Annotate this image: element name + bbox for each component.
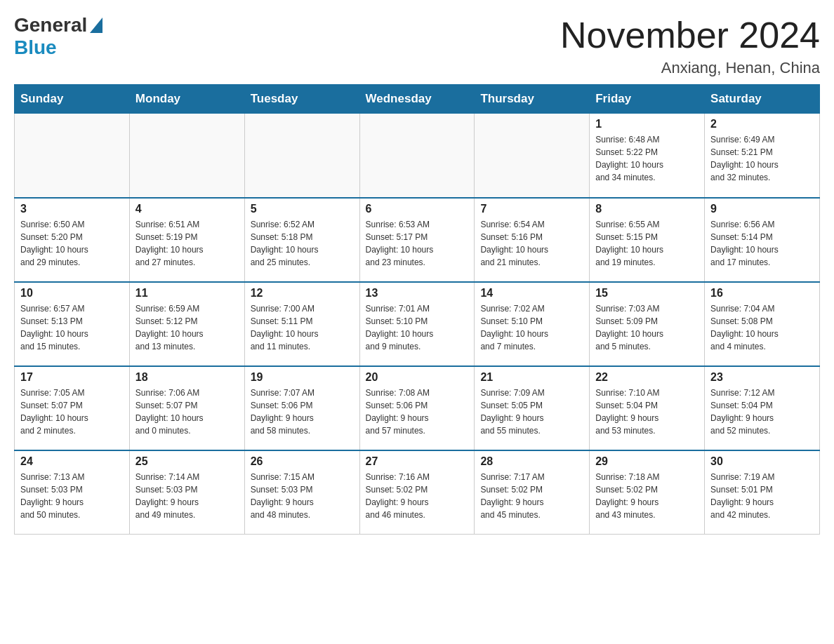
calendar-cell: 25Sunrise: 7:14 AM Sunset: 5:03 PM Dayli… bbox=[129, 450, 244, 535]
day-info: Sunrise: 7:17 AM Sunset: 5:02 PM Dayligh… bbox=[480, 471, 583, 521]
calendar-cell: 26Sunrise: 7:15 AM Sunset: 5:03 PM Dayli… bbox=[244, 450, 359, 535]
calendar-cell: 12Sunrise: 7:00 AM Sunset: 5:11 PM Dayli… bbox=[244, 282, 359, 366]
day-number: 13 bbox=[366, 287, 469, 300]
day-number: 10 bbox=[20, 287, 124, 300]
calendar-cell: 28Sunrise: 7:17 AM Sunset: 5:02 PM Dayli… bbox=[475, 450, 590, 535]
day-number: 8 bbox=[595, 203, 699, 215]
calendar-cell: 1Sunrise: 6:48 AM Sunset: 5:22 PM Daylig… bbox=[590, 114, 705, 198]
calendar-cell: 21Sunrise: 7:09 AM Sunset: 5:05 PM Dayli… bbox=[475, 366, 590, 450]
location-title: Anxiang, Henan, China bbox=[560, 59, 820, 77]
day-info: Sunrise: 7:10 AM Sunset: 5:04 PM Dayligh… bbox=[595, 387, 699, 437]
calendar-cell: 2Sunrise: 6:49 AM Sunset: 5:21 PM Daylig… bbox=[705, 114, 820, 198]
calendar-cell: 5Sunrise: 6:52 AM Sunset: 5:18 PM Daylig… bbox=[244, 198, 359, 282]
day-info: Sunrise: 6:55 AM Sunset: 5:15 PM Dayligh… bbox=[595, 218, 699, 269]
day-number: 25 bbox=[135, 455, 239, 468]
calendar-cell: 17Sunrise: 7:05 AM Sunset: 5:07 PM Dayli… bbox=[15, 366, 130, 450]
day-number: 30 bbox=[710, 455, 814, 468]
day-number: 22 bbox=[595, 371, 699, 384]
calendar-cell: 11Sunrise: 6:59 AM Sunset: 5:12 PM Dayli… bbox=[129, 282, 244, 366]
day-of-week-header: Tuesday bbox=[244, 85, 359, 114]
calendar-cell bbox=[359, 114, 475, 198]
calendar-cell: 7Sunrise: 6:54 AM Sunset: 5:16 PM Daylig… bbox=[475, 198, 590, 282]
day-number: 24 bbox=[20, 455, 124, 468]
calendar-cell bbox=[475, 114, 590, 198]
day-info: Sunrise: 7:15 AM Sunset: 5:03 PM Dayligh… bbox=[251, 471, 354, 521]
calendar-cell: 3Sunrise: 6:50 AM Sunset: 5:20 PM Daylig… bbox=[15, 198, 130, 282]
day-number: 9 bbox=[710, 203, 814, 215]
calendar-table: SundayMondayTuesdayWednesdayThursdayFrid… bbox=[14, 84, 820, 535]
day-info: Sunrise: 6:48 AM Sunset: 5:22 PM Dayligh… bbox=[595, 133, 699, 184]
calendar-week-row: 3Sunrise: 6:50 AM Sunset: 5:20 PM Daylig… bbox=[15, 198, 820, 282]
day-info: Sunrise: 7:04 AM Sunset: 5:08 PM Dayligh… bbox=[710, 302, 814, 353]
calendar-cell: 22Sunrise: 7:10 AM Sunset: 5:04 PM Dayli… bbox=[590, 366, 705, 450]
calendar-week-row: 24Sunrise: 7:13 AM Sunset: 5:03 PM Dayli… bbox=[15, 450, 820, 535]
day-info: Sunrise: 7:07 AM Sunset: 5:06 PM Dayligh… bbox=[251, 387, 354, 437]
calendar-header-row: SundayMondayTuesdayWednesdayThursdayFrid… bbox=[15, 85, 820, 114]
calendar-cell bbox=[129, 114, 244, 198]
day-info: Sunrise: 7:06 AM Sunset: 5:07 PM Dayligh… bbox=[135, 387, 239, 437]
day-info: Sunrise: 7:09 AM Sunset: 5:05 PM Dayligh… bbox=[480, 387, 583, 437]
calendar-cell: 10Sunrise: 6:57 AM Sunset: 5:13 PM Dayli… bbox=[15, 282, 130, 366]
day-of-week-header: Sunday bbox=[15, 85, 130, 114]
title-area: November 2024 Anxiang, Henan, China bbox=[560, 14, 820, 77]
month-title: November 2024 bbox=[560, 14, 820, 56]
day-info: Sunrise: 7:13 AM Sunset: 5:03 PM Dayligh… bbox=[20, 471, 124, 521]
calendar-cell bbox=[15, 114, 130, 198]
day-info: Sunrise: 7:00 AM Sunset: 5:11 PM Dayligh… bbox=[251, 302, 354, 353]
day-number: 27 bbox=[366, 455, 469, 468]
day-info: Sunrise: 7:19 AM Sunset: 5:01 PM Dayligh… bbox=[710, 471, 814, 521]
calendar-cell: 24Sunrise: 7:13 AM Sunset: 5:03 PM Dayli… bbox=[15, 450, 130, 535]
day-info: Sunrise: 7:01 AM Sunset: 5:10 PM Dayligh… bbox=[366, 302, 469, 353]
calendar-cell: 23Sunrise: 7:12 AM Sunset: 5:04 PM Dayli… bbox=[705, 366, 820, 450]
calendar-cell: 8Sunrise: 6:55 AM Sunset: 5:15 PM Daylig… bbox=[590, 198, 705, 282]
day-number: 1 bbox=[595, 118, 699, 130]
calendar-week-row: 17Sunrise: 7:05 AM Sunset: 5:07 PM Dayli… bbox=[15, 366, 820, 450]
calendar-cell: 9Sunrise: 6:56 AM Sunset: 5:14 PM Daylig… bbox=[705, 198, 820, 282]
calendar-cell: 15Sunrise: 7:03 AM Sunset: 5:09 PM Dayli… bbox=[590, 282, 705, 366]
calendar-cell: 19Sunrise: 7:07 AM Sunset: 5:06 PM Dayli… bbox=[244, 366, 359, 450]
day-info: Sunrise: 7:08 AM Sunset: 5:06 PM Dayligh… bbox=[366, 387, 469, 437]
day-number: 26 bbox=[251, 455, 354, 468]
logo-triangle-icon bbox=[90, 18, 102, 33]
calendar-cell bbox=[244, 114, 359, 198]
day-info: Sunrise: 7:02 AM Sunset: 5:10 PM Dayligh… bbox=[480, 302, 583, 353]
day-info: Sunrise: 6:53 AM Sunset: 5:17 PM Dayligh… bbox=[366, 218, 469, 269]
day-number: 3 bbox=[20, 203, 124, 215]
day-number: 2 bbox=[710, 118, 814, 130]
day-of-week-header: Saturday bbox=[705, 85, 820, 114]
calendar-week-row: 10Sunrise: 6:57 AM Sunset: 5:13 PM Dayli… bbox=[15, 282, 820, 366]
calendar-cell: 18Sunrise: 7:06 AM Sunset: 5:07 PM Dayli… bbox=[129, 366, 244, 450]
day-info: Sunrise: 6:56 AM Sunset: 5:14 PM Dayligh… bbox=[710, 218, 814, 269]
day-info: Sunrise: 6:51 AM Sunset: 5:19 PM Dayligh… bbox=[135, 218, 239, 269]
day-number: 14 bbox=[480, 287, 583, 300]
calendar-cell: 27Sunrise: 7:16 AM Sunset: 5:02 PM Dayli… bbox=[359, 450, 475, 535]
day-number: 18 bbox=[135, 371, 239, 384]
day-number: 21 bbox=[480, 371, 583, 384]
day-of-week-header: Wednesday bbox=[359, 85, 475, 114]
logo-blue-text: Blue bbox=[14, 36, 57, 59]
day-info: Sunrise: 7:16 AM Sunset: 5:02 PM Dayligh… bbox=[366, 471, 469, 521]
day-number: 17 bbox=[20, 371, 124, 384]
day-number: 5 bbox=[251, 203, 354, 215]
day-info: Sunrise: 7:03 AM Sunset: 5:09 PM Dayligh… bbox=[595, 302, 699, 353]
calendar-cell: 20Sunrise: 7:08 AM Sunset: 5:06 PM Dayli… bbox=[359, 366, 475, 450]
day-info: Sunrise: 6:50 AM Sunset: 5:20 PM Dayligh… bbox=[20, 218, 124, 269]
day-info: Sunrise: 7:05 AM Sunset: 5:07 PM Dayligh… bbox=[20, 387, 124, 437]
day-number: 11 bbox=[135, 287, 239, 300]
day-number: 15 bbox=[595, 287, 699, 300]
day-info: Sunrise: 6:57 AM Sunset: 5:13 PM Dayligh… bbox=[20, 302, 124, 353]
calendar-cell: 13Sunrise: 7:01 AM Sunset: 5:10 PM Dayli… bbox=[359, 282, 475, 366]
day-number: 29 bbox=[595, 455, 699, 468]
day-of-week-header: Friday bbox=[590, 85, 705, 114]
calendar-cell: 4Sunrise: 6:51 AM Sunset: 5:19 PM Daylig… bbox=[129, 198, 244, 282]
day-number: 28 bbox=[480, 455, 583, 468]
day-info: Sunrise: 6:54 AM Sunset: 5:16 PM Dayligh… bbox=[480, 218, 583, 269]
calendar-cell: 14Sunrise: 7:02 AM Sunset: 5:10 PM Dayli… bbox=[475, 282, 590, 366]
day-number: 6 bbox=[366, 203, 469, 215]
day-number: 19 bbox=[251, 371, 354, 384]
calendar-cell: 30Sunrise: 7:19 AM Sunset: 5:01 PM Dayli… bbox=[705, 450, 820, 535]
day-of-week-header: Thursday bbox=[475, 85, 590, 114]
day-number: 23 bbox=[710, 371, 814, 384]
logo: General Blue bbox=[14, 14, 102, 59]
logo-general-text: General bbox=[14, 14, 87, 36]
